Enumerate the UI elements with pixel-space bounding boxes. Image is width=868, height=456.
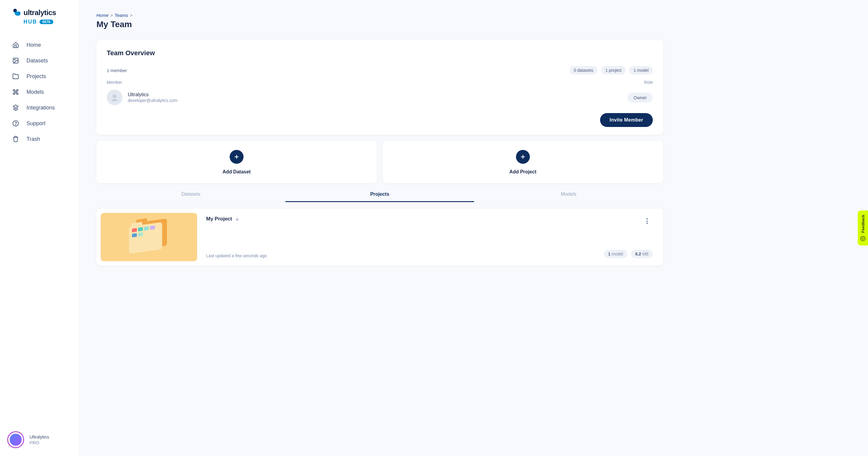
nav-label: Home (27, 42, 41, 48)
nav-home[interactable]: Home (0, 37, 79, 53)
add-dataset-card[interactable]: Add Dataset (96, 141, 377, 183)
nav-integrations[interactable]: Integrations (0, 100, 79, 115)
svg-point-5 (113, 94, 117, 98)
nav-datasets[interactable]: Datasets (0, 53, 79, 68)
svg-point-9 (864, 238, 864, 238)
brand-name: ultralytics (24, 8, 56, 17)
home-icon (12, 41, 19, 49)
svg-point-2 (14, 59, 15, 60)
nav-trash[interactable]: Trash (0, 131, 79, 147)
svg-point-4 (16, 124, 16, 125)
role-badge: Owner (627, 93, 653, 103)
beta-badge: BETA (39, 20, 53, 24)
project-updated: Last updated a few seconds ago (206, 253, 595, 258)
project-model-count: 1 model (604, 250, 627, 258)
breadcrumb: Home > Teams > (96, 13, 663, 18)
feedback-button[interactable]: Feedback (858, 210, 868, 246)
svg-rect-6 (236, 219, 239, 221)
col-role: Role (644, 80, 653, 85)
nav-projects[interactable]: Projects (0, 68, 79, 84)
nav-label: Datasets (27, 58, 48, 64)
member-row: Ultralytics developer@ultralytics.com Ow… (107, 90, 653, 105)
breadcrumb-home[interactable]: Home (96, 13, 108, 18)
col-member: Member (107, 80, 122, 85)
nav-support[interactable]: Support (0, 115, 79, 131)
svg-point-7 (861, 236, 865, 241)
project-thumbnail (101, 213, 197, 261)
projects-count-pill: 1 project (601, 66, 626, 75)
add-project-label: Add Project (509, 169, 536, 175)
plus-icon (230, 150, 244, 164)
project-name: My Project (206, 216, 232, 222)
command-icon (12, 88, 19, 95)
main: Home > Teams > My Team Team Overview 1 m… (79, 0, 868, 284)
member-avatar-icon (107, 90, 122, 105)
nav-label: Trash (27, 136, 40, 142)
help-icon (12, 120, 19, 127)
tab-models[interactable]: Models (474, 187, 663, 202)
logo[interactable]: ultralytics HUB BETA (0, 8, 79, 34)
tab-datasets[interactable]: Datasets (96, 187, 285, 202)
nav: Home Datasets Projects Models Integratio… (0, 34, 79, 284)
member-count: 1 member (107, 68, 127, 73)
member-name: Ultralytics (128, 92, 177, 97)
nav-label: Models (27, 89, 44, 95)
smile-icon (860, 236, 866, 241)
feedback-label: Feedback (861, 215, 865, 233)
project-size: 6.2 MB (631, 250, 653, 258)
add-dataset-label: Add Dataset (222, 169, 250, 175)
datasets-count-pill: 0 datasets (569, 66, 598, 75)
sidebar: ultralytics HUB BETA Home Datasets Proje… (0, 0, 79, 284)
image-icon (12, 57, 19, 64)
project-menu-button[interactable]: ⋮ (641, 216, 653, 226)
brand-mark-icon (12, 8, 22, 18)
team-overview-card: Team Overview 1 member 0 datasets 1 proj… (96, 40, 663, 135)
add-project-card[interactable]: Add Project (383, 141, 663, 183)
nav-label: Integrations (27, 105, 55, 111)
nav-label: Support (27, 120, 45, 127)
overview-title: Team Overview (107, 49, 653, 57)
models-count-pill: 1 model (629, 66, 653, 75)
page-title: My Team (96, 20, 663, 29)
tab-projects[interactable]: Projects (285, 187, 474, 202)
nav-models[interactable]: Models (0, 84, 79, 100)
member-email: developer@ultralytics.com (128, 98, 177, 103)
layers-icon (12, 104, 19, 111)
plus-icon (516, 150, 530, 164)
tabs: Datasets Projects Models (96, 187, 663, 202)
project-card[interactable]: My Project Last updated a few seconds ag… (96, 209, 663, 265)
trash-icon (12, 135, 19, 143)
svg-point-8 (862, 238, 863, 238)
brand-sub: HUB (24, 19, 37, 25)
breadcrumb-teams[interactable]: Teams (115, 13, 128, 18)
nav-label: Projects (27, 73, 46, 80)
folder-icon (12, 73, 19, 80)
invite-member-button[interactable]: Invite Member (600, 113, 653, 127)
lock-icon (235, 217, 239, 221)
